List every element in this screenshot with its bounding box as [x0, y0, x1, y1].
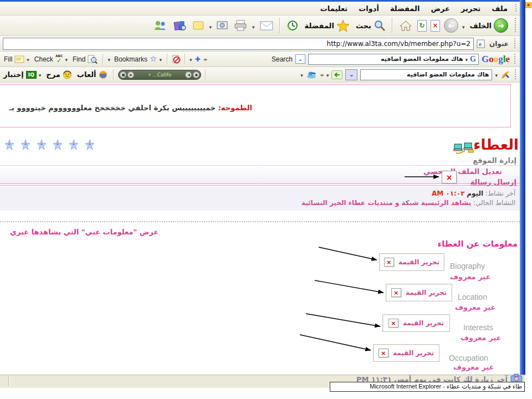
svg-text:e: e — [479, 40, 482, 47]
about-member-heading: معلومات عن العطاء — [437, 239, 518, 249]
resize-handle-icon[interactable]: ◂▸ — [320, 72, 324, 78]
menu-tools[interactable]: أدوات — [354, 4, 384, 13]
last-activity-time: ٠١:٠٢ AM — [432, 190, 465, 197]
browser-window: ملف تحرير عرض المفضلة أدوات تعليمات ➜ ال… — [0, 0, 532, 399]
view-about-link[interactable]: عرض "معلومات عني" التي يشاهدها غيري — [10, 228, 158, 236]
address-input[interactable]: http://www.al3ta.com/vb/member.php?u=2 — [3, 38, 474, 50]
address-url: http://www.al3ta.com/vb/member.php?u=2 — [327, 40, 470, 48]
media-dropdown-icon[interactable] — [149, 72, 151, 78]
spellcheck-button[interactable]: Check ABC✓ — [33, 54, 69, 64]
notes-button[interactable] — [192, 20, 205, 31]
games-label: ألعاب — [77, 70, 96, 79]
research-button[interactable] — [172, 19, 188, 32]
autofill-button[interactable]: Fill — [3, 55, 30, 64]
print-button[interactable] — [233, 19, 248, 32]
media-stop-button[interactable]: ■ — [120, 71, 126, 78]
pen-icon[interactable] — [500, 70, 510, 79]
toolbar-grip[interactable] — [514, 18, 516, 33]
pen-dropdown-icon[interactable] — [495, 71, 498, 79]
google-search-input[interactable]: G هاك معلومات العضو اضافيه — [308, 54, 479, 65]
notes-dropdown-icon[interactable] — [209, 21, 212, 31]
toolbar-grip[interactable] — [514, 38, 516, 49]
forward-button[interactable]: ➜ — [444, 18, 458, 33]
fun-select-dropdown[interactable]: ⌄ — [345, 69, 357, 80]
fun-button[interactable]: مرح — [45, 69, 73, 80]
broken-image-icon[interactable]: × — [442, 171, 457, 183]
fun-label: مرح — [46, 70, 60, 79]
iq-test-button[interactable]: إختبار IQ — [2, 70, 42, 79]
divider-line — [0, 185, 520, 186]
spellcheck-dropdown-icon[interactable] — [65, 55, 68, 63]
back-button[interactable]: ➜ الخلف — [469, 18, 510, 33]
favorites-button[interactable]: المفضلة — [304, 19, 351, 32]
resize-handle-icon[interactable]: ◂▸ — [203, 57, 207, 62]
stop-button[interactable]: × — [431, 20, 440, 32]
menu-file[interactable]: ملف — [487, 4, 513, 13]
fun-search-input[interactable]: هاك معلومات العضو اضافيه — [360, 69, 492, 80]
back-dropdown-icon[interactable] — [462, 21, 465, 31]
bookmarks-dropdown-icon[interactable] — [108, 55, 110, 63]
sparkle-star-icon — [37, 139, 47, 150]
options-dropdown-icon[interactable] — [190, 55, 192, 63]
menu-view[interactable]: عرض — [426, 4, 454, 13]
spy-dropdown-icon[interactable] — [300, 71, 303, 79]
edit-value-label: تحرير القيمة — [393, 349, 434, 357]
autofill-dropdown-icon[interactable] — [27, 55, 29, 63]
signature-line: الطموحه: خمييييييييس بكرة احلفي خخخخخخ م… — [9, 104, 252, 112]
menu-help[interactable]: تعليمات — [315, 4, 353, 13]
add-button-icon[interactable]: ✚ — [195, 55, 200, 63]
search-input-dropdown-icon[interactable] — [466, 55, 468, 63]
toolbar-grip[interactable] — [515, 4, 517, 13]
bookmarks-dropdown-icon2[interactable] — [159, 55, 162, 63]
home-button[interactable] — [398, 19, 413, 32]
edit-value-button-interests[interactable]: تحرير القيمة × — [382, 314, 450, 332]
fullscreen-button[interactable] — [216, 21, 229, 31]
media-next-button[interactable]: ● — [193, 71, 200, 78]
edit-profile-link[interactable]: تعديل الملف الشخصي — [423, 167, 502, 176]
mail-button[interactable] — [259, 21, 274, 31]
broken-image-icon: × — [388, 319, 398, 328]
iq-dropdown-icon[interactable] — [39, 71, 42, 79]
popup-blocker-icon[interactable] — [172, 55, 181, 64]
google-search-label[interactable]: Search — [272, 55, 293, 63]
signature-label: الطموحه: — [218, 104, 252, 112]
media-play-button[interactable]: ▶ — [127, 71, 134, 78]
messenger-button[interactable] — [152, 19, 168, 32]
sparkle-star-icon — [85, 139, 95, 150]
edit-value-button-biography[interactable]: تحرير القيمة × — [379, 253, 444, 271]
mail-icon — [260, 21, 273, 30]
mail-dropdown-icon[interactable] — [252, 21, 255, 31]
toolbar-grip[interactable] — [514, 54, 516, 64]
back-icon: ➜ — [494, 18, 508, 33]
bookmarks-star-icon: ☆ — [150, 55, 157, 63]
fun-toolbar: إختبار IQ مرح ألعاب ■ ▶ ...Califo ◀ ● ◂▸… — [0, 67, 520, 83]
search-dropdown-button[interactable]: ⌄ — [295, 54, 305, 64]
google-logo: Google — [482, 54, 510, 65]
autofill-label: Fill — [4, 55, 12, 63]
menu-favorites[interactable]: المفضلة — [385, 4, 424, 13]
window-title-button[interactable]: طاء في شبكة و منتديات عطاء - Microsoft I… — [330, 382, 525, 392]
edit-value-button-location[interactable]: تحرير القيمة × — [386, 284, 452, 301]
rating-stars — [4, 139, 95, 150]
search-button[interactable]: بحث — [355, 19, 387, 32]
menu-edit[interactable]: تحرير — [456, 4, 485, 13]
field-value-biography: غير معروف — [450, 273, 490, 281]
favorites-star-icon — [336, 19, 350, 32]
media-prev-button[interactable]: ◀ — [185, 71, 192, 78]
edit-value-button-occupation[interactable]: تحرير القيمة × — [373, 344, 439, 362]
go-back-green-icon[interactable] — [331, 70, 342, 79]
last-activity-label: آخر نشاط: — [485, 190, 515, 197]
spy-icon[interactable] — [306, 70, 317, 79]
bookmarks-button[interactable]: Bookmarks ☆ — [113, 54, 163, 64]
nav-dropdown-icon[interactable] — [326, 71, 329, 79]
google-g-icon: G — [470, 55, 476, 64]
media-player-widget[interactable]: ■ ▶ ...Califo ◀ ● — [118, 70, 201, 80]
send-message-link[interactable]: إرسال رسالة — [470, 178, 516, 186]
history-button[interactable] — [285, 19, 300, 32]
toolbar-grip[interactable] — [514, 69, 516, 80]
toolbar-separator — [103, 54, 104, 64]
games-button[interactable]: ألعاب — [76, 70, 110, 80]
find-button[interactable]: Find — [71, 54, 99, 64]
refresh-button[interactable]: ↻ — [417, 20, 427, 32]
current-activity-line: النشاط الحالي: يشاهد الرئيسية شبكة و منت… — [301, 199, 515, 207]
